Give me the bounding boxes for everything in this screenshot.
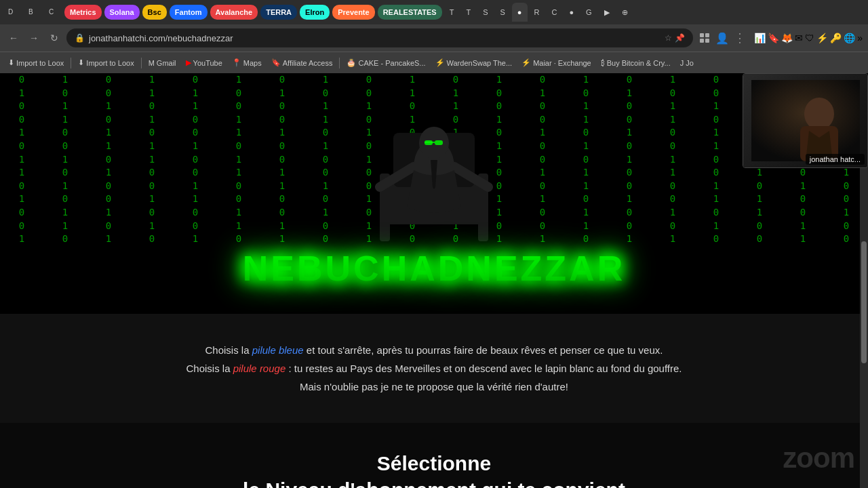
tab-b[interactable]: B — [23, 3, 42, 22]
tab-t2[interactable]: T — [460, 3, 476, 22]
bitcoin-icon: ₿ — [601, 59, 605, 67]
bookmark-maiar[interactable]: ⚡ Maiar · Exchange — [517, 57, 595, 68]
bookmark-label: Import to Loox — [16, 59, 64, 67]
svg-point-18 — [804, 98, 834, 130]
tab-g[interactable]: G — [580, 3, 597, 22]
profile-icon[interactable]: 👤 — [715, 30, 730, 45]
svg-rect-3 — [705, 39, 709, 43]
bookmark-gmail[interactable]: M Gmail — [144, 58, 180, 68]
tab-yt[interactable]: ▶ — [599, 3, 615, 22]
text-section: Choisis la pilule bleue et tout s'arrête… — [0, 314, 868, 423]
url-icons: ☆ 📌 — [665, 33, 685, 43]
scrollbar[interactable] — [860, 146, 868, 488]
sub-title-line2: le Niveau d'abonnement qui te convient — [14, 476, 854, 488]
bookmark-warden[interactable]: ⚡ WardenSwap The... — [431, 57, 517, 68]
tab-terra[interactable]: TERRA — [260, 5, 297, 20]
refresh-button[interactable]: ↻ — [46, 30, 62, 46]
tab-metrics[interactable]: Metrics — [64, 5, 102, 20]
ext-icon-5[interactable]: 🛡 — [805, 33, 814, 43]
blue-pill-text[interactable]: pilule bleue — [252, 344, 304, 356]
ext-icon-6[interactable]: ⚡ — [816, 33, 828, 43]
tab-c[interactable]: C — [43, 3, 62, 22]
bookmark-import-loox-2[interactable]: ⬇ Import to Loox — [74, 57, 138, 68]
tab-d[interactable]: D — [3, 3, 22, 22]
tab-r[interactable]: R — [529, 3, 545, 22]
tab-avalanche[interactable]: Avalanche — [210, 5, 258, 20]
affiliate-icon: 🔖 — [271, 58, 281, 67]
bookmark-maps[interactable]: 📍 Maps — [228, 57, 266, 68]
hero-content: NEBUCHADNEZZAR — [0, 73, 868, 314]
text-line-1: Choisis la pilule bleue et tout s'arrête… — [14, 341, 854, 359]
svg-rect-1 — [705, 33, 709, 37]
tab-dot[interactable]: ● — [564, 3, 579, 22]
cake-label: CAKE - PancakeS... — [358, 59, 425, 67]
bookmarks-bar: ⬇ Import to Loox ⬇ Import to Loox M Gmai… — [0, 52, 868, 73]
bookmark-import-loox-1[interactable]: ⬇ Import to Loox — [4, 57, 68, 68]
url-bar[interactable]: 🔒 jonathanhatchi.com/nebuchadnezzar ☆ 📌 — [66, 28, 693, 47]
text-line-2: Choisis la pilule rouge : tu restes au P… — [14, 359, 854, 378]
toolbar-icons: 👤 ⋮ — [697, 30, 747, 45]
pin-icon[interactable]: 📌 — [675, 33, 685, 43]
tab-favicon-c: C — [49, 8, 57, 16]
ext-icon-3[interactable]: 🦊 — [781, 33, 793, 43]
svg-rect-0 — [700, 33, 704, 37]
bookmark-cake[interactable]: 🎂 CAKE - PancakeS... — [342, 57, 429, 68]
tab-realestates[interactable]: REALESTATES — [378, 5, 442, 20]
tab-favicon-d: D — [8, 8, 16, 16]
bookmark-icon-2: ⬇ — [78, 58, 84, 67]
tab-solana[interactable]: Solana — [104, 5, 140, 20]
jo-icon: J — [680, 59, 684, 67]
maiar-label: Maiar · Exchange — [533, 59, 591, 67]
bookmark-bitcoin[interactable]: ₿ Buy Bitcoin & Cry... — [597, 58, 675, 68]
bookmark-sep-2 — [141, 58, 142, 68]
ext-icon-2[interactable]: 🔖 — [768, 33, 779, 43]
red-pill-text[interactable]: pilule rouge — [233, 363, 286, 374]
address-bar: ← → ↻ 🔒 jonathanhatchi.com/nebuchadnezza… — [0, 24, 868, 52]
webpage: 0100101101001 1011001010110 001011010010… — [0, 73, 868, 488]
bookmark-youtube[interactable]: ▶ YouTube — [182, 57, 226, 68]
tab-bsc[interactable]: Bsc — [142, 5, 167, 20]
ext-icon-4[interactable]: ✉ — [795, 33, 803, 43]
gmail-label: Gmail — [157, 59, 176, 67]
extension-icons: 📊 🔖 🦊 ✉ 🛡 ⚡ 🔑 🌐 » — [754, 33, 863, 43]
ext-icon-9[interactable]: » — [857, 33, 863, 43]
maps-label: Maps — [243, 59, 262, 67]
sub-title-line1: Sélectionne — [14, 450, 854, 476]
tab-s1[interactable]: S — [477, 3, 493, 22]
gmail-icon: M — [149, 59, 155, 67]
scrollbar-thumb[interactable] — [861, 241, 867, 363]
hero-section: 0100101101001 1011001010110 001011010010… — [0, 73, 868, 314]
text-after-red: : tu restes au Pays des Merveilles et on… — [285, 363, 682, 374]
subscription-title: Sélectionne le Niveau d'abonnement qui t… — [14, 450, 854, 488]
bookmark-jo[interactable]: J Jo — [676, 58, 698, 68]
maiar-icon: ⚡ — [521, 58, 531, 67]
bookmark-sep-3 — [339, 58, 340, 68]
hero-figure-svg — [359, 99, 509, 262]
tab-c2[interactable]: C — [546, 3, 562, 22]
webcam-person-svg — [751, 80, 860, 161]
tab-fantom[interactable]: Fantom — [170, 5, 208, 20]
warden-icon: ⚡ — [435, 58, 445, 67]
ext-icon-8[interactable]: 🌐 — [844, 33, 855, 43]
tab-active[interactable]: ● — [512, 3, 528, 22]
url-text: jonathanhatchi.com/nebuchadnezzar — [89, 33, 233, 43]
tab-favicon-b: B — [28, 8, 37, 16]
back-button[interactable]: ← — [5, 30, 22, 46]
tab-prevente[interactable]: Prevente — [332, 5, 374, 20]
hero-figure — [359, 99, 509, 262]
browser-chrome: D B C Metrics Solana Bsc Fantom Avalanch… — [0, 0, 868, 73]
ext-icon-1[interactable]: 📊 — [754, 33, 766, 43]
affiliate-label: Affiliate Access — [283, 59, 333, 67]
star-icon[interactable]: ☆ — [665, 33, 672, 43]
youtube-label: YouTube — [193, 59, 222, 67]
tab-elron[interactable]: Elron — [300, 5, 330, 20]
menu-icon[interactable]: ⋮ — [732, 30, 747, 45]
tab-last[interactable]: ⊕ — [616, 3, 633, 22]
tab-t1[interactable]: T — [444, 3, 460, 22]
webcam-overlay: jonathan hatc... — [743, 73, 868, 168]
forward-button[interactable]: → — [26, 30, 42, 46]
tab-s2[interactable]: S — [495, 3, 511, 22]
bookmark-affiliate[interactable]: 🔖 Affiliate Access — [267, 57, 337, 68]
ext-icon-7[interactable]: 🔑 — [830, 33, 842, 43]
extensions-icon[interactable] — [697, 30, 712, 45]
